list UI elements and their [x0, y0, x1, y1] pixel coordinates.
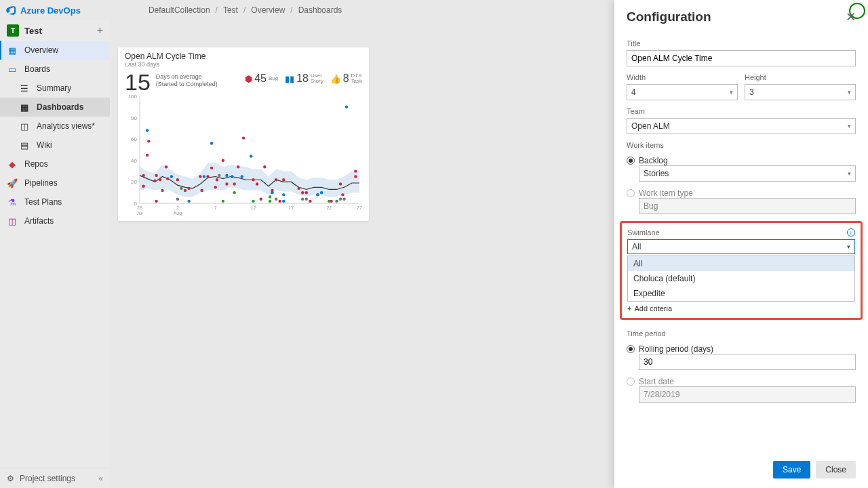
breadcrumb-item[interactable]: Dashboards: [298, 5, 342, 15]
nav-testplans[interactable]: ⚗ Test Plans: [0, 192, 110, 211]
task-icon: 👍: [330, 75, 341, 83]
breadcrumb-item[interactable]: Overview: [251, 5, 285, 15]
rolling-radio[interactable]: Rolling period (days): [627, 344, 856, 354]
nav-pipelines[interactable]: 🚀 Pipelines: [0, 174, 110, 192]
nav-repos[interactable]: ◆ Repos: [0, 155, 110, 174]
project-row[interactable]: T Test +: [0, 20, 110, 41]
svg-point-67: [241, 175, 243, 178]
bug-icon: ⬢: [245, 75, 252, 83]
svg-point-75: [180, 187, 182, 190]
plus-icon: +: [627, 304, 631, 312]
svg-point-62: [187, 200, 190, 203]
svg-point-35: [214, 186, 217, 188]
svg-point-89: [342, 197, 345, 200]
close-button[interactable]: Close: [816, 461, 856, 479]
svg-point-77: [233, 191, 235, 194]
swimlane-label: Swimlanei: [627, 228, 855, 237]
chevron-down-icon: ▾: [848, 123, 851, 129]
save-button[interactable]: Save: [773, 461, 810, 479]
nav-analytics[interactable]: ◫ Analytics views*: [0, 117, 110, 136]
summary-icon: ☰: [19, 83, 30, 94]
add-criteria-link[interactable]: +Add criteria: [627, 304, 855, 312]
svg-text:22: 22: [326, 205, 332, 210]
nav-label: Dashboards: [37, 102, 83, 112]
sidebar: T Test + ▦ Overview ▭ Boards ☰ Summary ▦…: [0, 20, 110, 488]
svg-point-78: [252, 200, 254, 203]
svg-point-43: [256, 182, 258, 185]
wiki-icon: ▤: [19, 140, 30, 150]
svg-point-60: [146, 129, 149, 131]
project-badge: T: [7, 24, 19, 37]
team-select[interactable]: Open ALM▾: [627, 118, 856, 134]
user-avatar[interactable]: [849, 3, 865, 19]
backlog-radio[interactable]: Backlog: [627, 156, 856, 165]
svg-point-57: [341, 193, 344, 196]
svg-point-40: [237, 165, 239, 168]
configuration-panel: Configuration ✕ Title Width 4▾ Height 3▾…: [614, 0, 868, 488]
svg-point-73: [320, 191, 323, 194]
svg-point-81: [328, 200, 330, 203]
svg-point-32: [200, 189, 203, 192]
nav-artifacts[interactable]: ◫ Artifacts: [0, 211, 110, 230]
brand[interactable]: Azure DevOps: [5, 5, 81, 16]
dashboards-icon: ▦: [19, 102, 30, 113]
swimlane-option[interactable]: All: [628, 256, 854, 271]
analytics-icon: ◫: [19, 121, 30, 131]
add-icon[interactable]: +: [97, 24, 103, 37]
avg-days: 15: [125, 70, 151, 94]
breadcrumb-item[interactable]: DefaultCollection: [149, 5, 210, 15]
svg-text:20: 20: [131, 179, 137, 185]
svg-point-34: [210, 167, 213, 169]
startdate-radio[interactable]: Start date: [627, 377, 856, 386]
svg-point-56: [339, 182, 342, 185]
svg-point-51: [301, 191, 304, 194]
nav-label: Boards: [24, 64, 50, 74]
nav-boards[interactable]: ▭ Boards: [0, 60, 110, 79]
cycle-time-widget[interactable]: Open ALM Cycle Time Last 30 days 15 Days…: [118, 47, 369, 221]
svg-point-61: [170, 175, 173, 178]
svg-text:17: 17: [289, 205, 294, 210]
swimlane-option[interactable]: Expedite: [628, 286, 854, 301]
backlog-select[interactable]: Stories▾: [639, 165, 856, 182]
svg-point-18: [142, 185, 144, 188]
project-settings[interactable]: ⚙ Project settings «: [0, 468, 110, 488]
width-select[interactable]: 4▾: [627, 84, 738, 100]
nav-summary[interactable]: ☰ Summary: [0, 79, 110, 98]
svg-point-44: [260, 197, 262, 200]
svg-point-59: [354, 175, 357, 178]
project-name: Test: [24, 26, 92, 36]
height-select[interactable]: 3▾: [745, 84, 856, 100]
svg-point-36: [216, 178, 218, 181]
svg-point-68: [250, 155, 252, 157]
svg-point-29: [184, 189, 186, 192]
svg-point-26: [165, 165, 167, 168]
collapse-icon[interactable]: «: [98, 474, 103, 483]
breadcrumb-item[interactable]: Test: [223, 5, 238, 15]
nav-dashboards[interactable]: ▦ Dashboards: [0, 98, 110, 117]
brand-text: Azure DevOps: [20, 5, 81, 16]
info-icon[interactable]: i: [847, 228, 855, 237]
nav-label: Test Plans: [24, 197, 62, 207]
chevron-down-icon: ▾: [848, 89, 851, 96]
svg-point-19: [146, 154, 149, 157]
width-label: Width: [627, 73, 738, 81]
pipelines-icon: 🚀: [7, 178, 18, 188]
widget-title: Open ALM Cycle Time: [125, 52, 362, 61]
title-label: Title: [627, 39, 856, 47]
svg-point-76: [222, 200, 224, 203]
chevron-down-icon: ▾: [848, 170, 851, 177]
title-input[interactable]: [627, 50, 856, 66]
nav-wiki[interactable]: ▤ Wiki: [0, 136, 110, 155]
wit-radio[interactable]: Work item type: [627, 188, 856, 198]
nav-overview[interactable]: ▦ Overview: [0, 41, 110, 60]
wit-input: [639, 198, 856, 214]
svg-point-37: [222, 159, 224, 162]
svg-text:80: 80: [131, 115, 137, 121]
svg-point-45: [263, 165, 266, 168]
testplans-icon: ⚗: [7, 197, 18, 207]
svg-point-50: [297, 187, 300, 190]
svg-text:60: 60: [131, 136, 137, 142]
swimlane-option[interactable]: Choluca (default): [628, 271, 854, 286]
swimlane-select[interactable]: All▾: [627, 239, 855, 254]
rolling-input[interactable]: [639, 354, 856, 370]
